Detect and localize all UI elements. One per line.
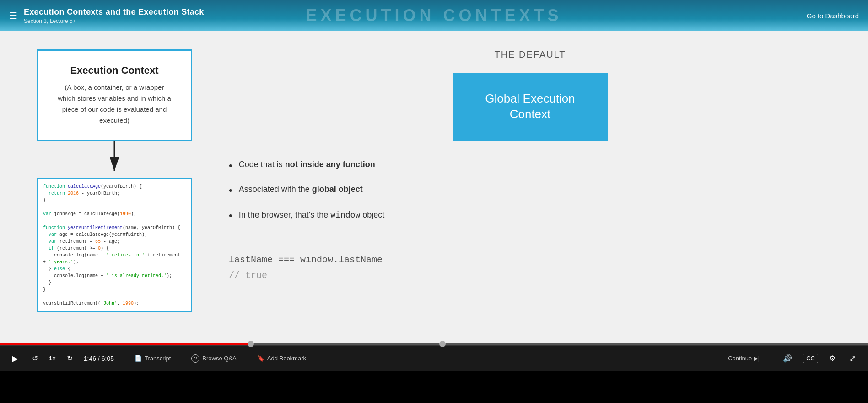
arrow-area	[37, 141, 192, 178]
progress-bar-fill	[0, 343, 252, 345]
bullet-dot-3: •	[229, 209, 232, 223]
watermark: EXECUTION CONTEXTS	[306, 6, 562, 25]
code-example-comment: // true	[229, 268, 383, 283]
bullet-dot-1: •	[229, 159, 232, 173]
settings-button[interactable]: ⚙	[826, 352, 838, 365]
progress-bar[interactable]	[0, 343, 868, 345]
section-label: THE DEFAULT	[229, 49, 831, 60]
time-display: 1:46 / 6:05	[84, 355, 114, 362]
bullet-item-1: • Code that is not inside any function	[229, 159, 831, 173]
bullet-text-2: Associated with the global object	[239, 184, 363, 195]
progress-bar-thumb[interactable]	[439, 341, 446, 347]
divider-4	[770, 352, 770, 365]
divider-3	[247, 352, 247, 365]
hamburger-icon[interactable]: ☰	[9, 10, 17, 21]
bookmark-icon: 🔖	[257, 355, 264, 362]
bullet-text-1: Code that is not inside any function	[239, 159, 375, 170]
exec-context-title: Execution Context	[56, 65, 173, 76]
slide-left-column: Execution Context (A box, a container, o…	[37, 49, 192, 312]
transcript-button[interactable]: 📄 Transcript	[135, 355, 171, 362]
subtitle: Section 3, Lecture 57	[24, 18, 204, 24]
replay-button[interactable]: ↺	[29, 352, 41, 365]
code-preview-box: function calculateAge(yearOfBirth) { ret…	[37, 178, 192, 312]
bullet-dot-2: •	[229, 184, 232, 198]
qa-button[interactable]: ? Browse Q&A	[191, 354, 236, 363]
play-button[interactable]: ▶	[9, 352, 21, 365]
transcript-icon: 📄	[135, 355, 142, 362]
main-title: Execution Contexts and the Execution Sta…	[24, 7, 204, 17]
slide-content: Execution Context (A box, a container, o…	[0, 31, 868, 345]
slide-right-column: THE DEFAULT Global ExecutionContext • Co…	[229, 49, 831, 283]
continue-button[interactable]: Continue ▶|	[728, 355, 760, 362]
bullet-list: • Code that is not inside any function •…	[229, 159, 831, 234]
title-block: Execution Contexts and the Execution Sta…	[24, 7, 204, 24]
divider-2	[181, 352, 181, 365]
code-example: lastName === window.lastName // true	[229, 252, 383, 283]
controls-bar: ▶ ↺ 1× ↻ 1:46 / 6:05 📄 Transcript ? Brow…	[0, 345, 868, 371]
execution-context-box: Execution Context (A box, a container, o…	[37, 49, 192, 141]
video-area: Execution Context (A box, a container, o…	[0, 31, 868, 371]
divider-1	[124, 352, 124, 365]
go-to-dashboard-link[interactable]: Go to Dashboard	[807, 12, 859, 20]
fullscreen-button[interactable]: ⤢	[846, 352, 859, 365]
qa-icon: ?	[191, 354, 199, 363]
bullet-item-3: • In the browser, that's the window obje…	[229, 209, 831, 223]
top-bar: ☰ Execution Contexts and the Execution S…	[0, 0, 868, 31]
bullet-text-3: In the browser, that's the window object	[239, 209, 385, 221]
volume-button[interactable]: 🔊	[780, 352, 795, 365]
code-example-line1: lastName === window.lastName	[229, 252, 383, 268]
global-exec-context-box: Global ExecutionContext	[453, 73, 608, 141]
exec-context-desc: (A box, a container, or a wrapper which …	[56, 82, 173, 126]
speed-control[interactable]: 1×	[49, 355, 56, 362]
bullet-item-2: • Associated with the global object	[229, 184, 831, 198]
forward-button[interactable]: ↻	[64, 352, 75, 365]
arrow-icon	[101, 141, 128, 178]
cc-button[interactable]: CC	[803, 354, 818, 363]
bookmark-button[interactable]: 🔖 Add Bookmark	[257, 355, 306, 362]
